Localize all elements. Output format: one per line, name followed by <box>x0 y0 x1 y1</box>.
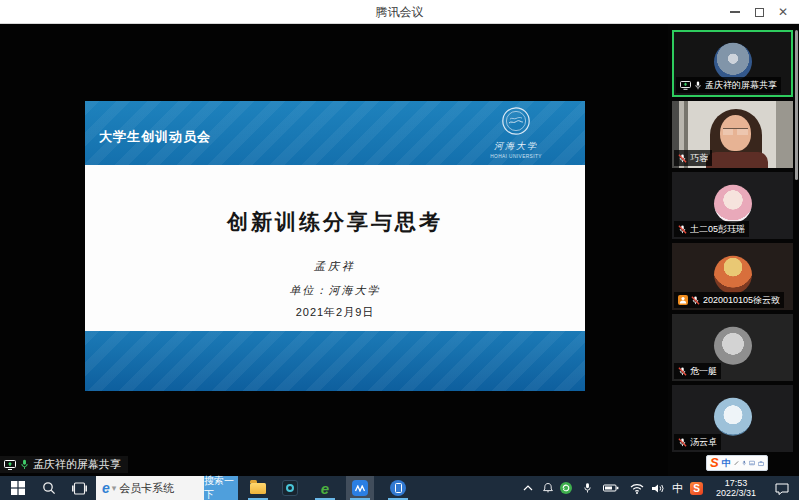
participant-label: 2020010105徐云致 <box>674 292 784 308</box>
slide-date: 2021年2月9日 <box>85 305 585 320</box>
clock-time: 17:53 <box>706 478 766 488</box>
search-icon <box>42 481 56 495</box>
close-button[interactable]: ✕ <box>771 0 795 24</box>
slide-affiliation: 单位：河海大学 <box>85 283 585 298</box>
file-explorer-button[interactable] <box>244 476 272 500</box>
participant-label: 汤云卓 <box>674 434 721 450</box>
participant-label: 孟庆祥的屏幕共享 <box>676 77 781 93</box>
microphone-icon <box>583 482 592 494</box>
sogou-logo: S <box>710 455 719 470</box>
folder-icon <box>250 483 266 494</box>
slide-author: 孟庆祥 <box>85 259 585 274</box>
sogou-tray-button[interactable]: S <box>688 476 705 500</box>
minimize-icon <box>730 11 740 13</box>
slide-title: 创新训练分享与思考 <box>85 208 585 236</box>
window-controls: ✕ <box>723 0 795 24</box>
speaker-icon <box>651 483 665 494</box>
taskbar-search-text: 会员卡系统 <box>119 481 174 496</box>
windows-logo-icon <box>11 481 25 495</box>
tencent-meeting-window: 腾讯会议 ✕ 大学生创训动员会 河海大学 HOHAI UNIVERSIT <box>0 0 799 500</box>
avatar <box>714 184 752 222</box>
maximize-button[interactable] <box>747 0 771 24</box>
microphone-tray-button[interactable] <box>579 476 595 500</box>
slide-header-title: 大学生创训动员会 <box>99 128 211 146</box>
chevron-up-icon <box>523 485 533 491</box>
member-badge-icon <box>678 295 688 305</box>
green-utility-icon <box>560 482 572 494</box>
battery-tray-button[interactable] <box>601 476 621 500</box>
tencent-meeting-taskbar-button[interactable] <box>346 476 374 500</box>
participant-tile[interactable]: 2020010105徐云致 <box>672 243 793 310</box>
share-banner-label: 孟庆祥的屏幕共享 <box>33 457 121 472</box>
screen-share-banner: 孟庆祥的屏幕共享 <box>0 456 128 473</box>
browser-360-button[interactable]: e <box>311 476 339 500</box>
participant-name: 2020010105徐云致 <box>703 294 780 307</box>
battery-icon <box>603 483 620 493</box>
ime-mode-label: 中 <box>672 481 683 496</box>
participant-tile[interactable]: 危一艇 <box>672 314 793 381</box>
mic-muted-icon <box>678 367 687 376</box>
mic-muted-icon <box>678 225 687 234</box>
slide-footer <box>85 331 585 391</box>
screen-share-icon <box>4 460 16 470</box>
sogou-ime-mode[interactable]: 中 <box>722 457 731 470</box>
volume-tray-button[interactable] <box>649 476 667 500</box>
bell-icon <box>542 482 554 494</box>
screen-share-area: 大学生创训动员会 河海大学 HOHAI UNIVERSITY 创新训练分享与思考… <box>0 24 799 476</box>
slide-header: 大学生创训动员会 河海大学 HOHAI UNIVERSITY <box>85 101 585 165</box>
participant-name: 孟庆祥的屏幕共享 <box>705 79 777 92</box>
participant-label: 巧蓉 <box>674 150 712 166</box>
mic-muted-icon <box>678 154 687 163</box>
sogou-ime-toolbar[interactable]: S 中 <box>706 455 768 471</box>
green-e-browser-icon: e <box>321 480 329 497</box>
task-view-button[interactable] <box>64 476 95 500</box>
dark-app-button[interactable] <box>276 476 304 500</box>
maximize-icon <box>755 8 764 17</box>
green-utility-tray-button[interactable] <box>558 476 573 500</box>
ie-browser-icon: e <box>102 480 110 496</box>
participant-tile-video[interactable]: 巧蓉 <box>672 101 793 168</box>
phone-mirror-app-button[interactable] <box>384 476 412 500</box>
toolbox-icon[interactable] <box>758 460 764 467</box>
taskbar-clock[interactable]: 17:53 2022/3/31 <box>706 478 766 498</box>
university-emblem-icon <box>501 106 531 136</box>
participant-tile[interactable]: 汤云卓 <box>672 385 793 452</box>
action-center-button[interactable] <box>768 476 796 500</box>
sogou-icon: S <box>690 482 703 495</box>
window-titlebar: 腾讯会议 ✕ <box>0 0 799 24</box>
minimize-button[interactable] <box>723 0 747 24</box>
task-view-icon <box>72 482 87 495</box>
logo-name-cn: 河海大学 <box>473 140 559 153</box>
participant-label: 土二05彭珏瑶 <box>674 221 749 237</box>
keyboard-icon[interactable] <box>749 460 755 466</box>
wifi-tray-button[interactable] <box>628 476 646 500</box>
taskbar-search-widget[interactable]: e ▾ 会员卡系统 搜索一下 <box>96 476 238 500</box>
university-logo: 河海大学 HOHAI UNIVERSITY <box>473 106 559 159</box>
sidebar-scrollbar[interactable] <box>795 30 798 180</box>
mic-muted-icon <box>691 296 700 305</box>
participant-tile-sharer[interactable]: 孟庆祥的屏幕共享 <box>672 30 793 97</box>
windows-taskbar: e ▾ 会员卡系统 搜索一下 e <box>0 476 799 500</box>
participant-name: 土二05彭珏瑶 <box>690 223 745 236</box>
participant-name: 汤云卓 <box>690 436 717 449</box>
notification-tray-button[interactable] <box>540 476 556 500</box>
taskbar-search-button[interactable] <box>33 476 64 500</box>
search-go-button[interactable]: 搜索一下 <box>204 476 238 500</box>
start-button[interactable] <box>2 476 33 500</box>
avatar <box>714 326 752 364</box>
participants-sidebar: 孟庆祥的屏幕共享 巧蓉 <box>668 24 799 476</box>
voice-input-icon[interactable] <box>742 459 746 467</box>
tencent-meeting-icon <box>352 480 368 496</box>
window-title: 腾讯会议 <box>0 4 799 21</box>
tray-overflow-button[interactable] <box>520 476 536 500</box>
pen-icon[interactable] <box>734 459 739 467</box>
mic-on-icon <box>694 81 702 90</box>
clock-date: 2022/3/31 <box>706 488 766 498</box>
wifi-icon <box>630 483 644 494</box>
participant-tile[interactable]: 土二05彭珏瑶 <box>672 172 793 239</box>
ime-indicator[interactable]: 中 <box>670 476 685 500</box>
avatar <box>714 255 752 293</box>
mic-on-icon <box>20 459 29 470</box>
participant-label: 危一艇 <box>674 363 721 379</box>
dark-app-icon <box>282 480 298 496</box>
